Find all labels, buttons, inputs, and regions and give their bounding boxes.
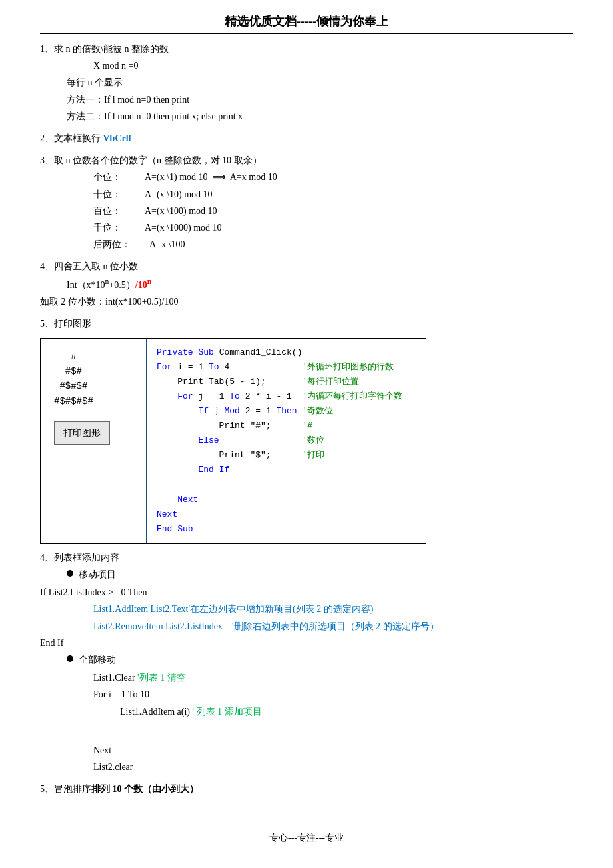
figure-char-3: #$#$# [54, 379, 93, 393]
s3-label: 3、取 n 位数各个位的数字（n 整除位数，对 10 取余） [40, 155, 262, 165]
s1-formula: X mod n =0 [93, 61, 138, 71]
s1-method1: 方法一：If l mod n=0 then print [67, 95, 189, 105]
code-line-2: For i = 1 To 4 '外循环打印图形的行数 [157, 360, 416, 375]
s2-vbcrlf: VbCrlf [103, 133, 132, 143]
s6-if: If List2.ListIndex >= 0 Then [40, 584, 573, 601]
s6-code3-line: List1.Clear '列表 1 清空 [93, 669, 573, 686]
code-line-13: End Sub [157, 522, 416, 537]
s6-code2: List2.RemoveItem List2.ListIndex [93, 621, 223, 631]
code-line-4: For j = 1 To 2 * i - 1 '内循环每行打印字符个数 [157, 389, 416, 404]
section-5: 5、打印图形 # #$# #$#$# #$#$#$# 打印图形 Private … [40, 315, 573, 543]
s6-code1-line: List1.AddItem List2.Text'在左边列表中增加新项目(列表 … [93, 601, 573, 617]
figure-chars: # #$# #$#$# #$#$#$# [54, 349, 93, 409]
section-1: 1、求 n 的倍数\能被 n 整除的数 X mod n =0 每行 n 个显示 … [40, 41, 573, 125]
s1-method2: 方法二：If l mod n=0 then print x; else prin… [67, 111, 243, 121]
s6-code7: List2.clear [93, 762, 133, 772]
s3-bai: 百位： A=(x \100) mod 10 [93, 206, 217, 216]
s6-code5: List1.AddItem a(i) [120, 707, 190, 717]
s6-code6-line: Next [93, 742, 573, 759]
s4-formula: Int（x*10n+0.5）/10n [67, 280, 151, 290]
s6-comment1: '在左边列表中增加新项目(列表 2 的选定内容) [189, 604, 374, 614]
s3-ge: 个位： A=(x \1) mod 10 ⟹ A=x mod 10 [93, 172, 277, 182]
s3-shi: 十位： A=(x \10) mod 10 [93, 189, 213, 199]
s6-code1: List1.AddItem List2.Text [93, 604, 189, 614]
s6-endif: End If [40, 635, 573, 651]
s1-display: 每行 n 个显示 [67, 77, 123, 87]
section-4: 4、四舍五入取 n 位小数 Int（x*10n+0.5）/10n 如取 2 位小… [40, 258, 573, 310]
s6-code7-line: List2.clear [93, 759, 573, 775]
s4-example: 如取 2 位小数：int(x*100+0.5)/100 [40, 297, 178, 307]
s6-code3: List1.Clear [93, 673, 135, 683]
code-line-8: Print "$"; '打印 [157, 448, 416, 463]
section-6: 4、列表框添加内容 移动项目 If List2.ListIndex >= 0 T… [40, 549, 573, 775]
s6-bullet2: 全部移动 [79, 651, 116, 668]
code-line-11: Next [157, 493, 416, 507]
code-line-6: Print "#"; '# [157, 419, 416, 433]
code-line-5: If j Mod 2 = 1 Then '奇数位 [157, 404, 416, 419]
code-line-3: Print Tab(5 - i); '每行打印位置 [157, 375, 416, 389]
s7-label: 5、冒泡排序 [40, 784, 91, 794]
bullet-dot-1 [67, 570, 73, 577]
code-line-7: Else '数位 [157, 433, 416, 448]
section-7: 5、冒泡排序排列 10 个数（由小到大） [40, 781, 573, 797]
bullet-dot-2 [67, 655, 73, 662]
code-line-10 [157, 478, 416, 493]
figure-button[interactable]: 打印图形 [54, 421, 110, 445]
s6-code5-line: List1.AddItem a(i) ' 列表 1 添加项目 [120, 703, 573, 720]
section-2: 2、文本框换行 VbCrlf [40, 130, 573, 147]
s6-comment3: '列表 1 清空 [135, 673, 186, 683]
s6-comment5: ' 列表 1 添加项目 [190, 707, 262, 717]
s1-label: 1、求 n 的倍数\能被 n 整除的数 [40, 44, 169, 54]
s6-code2-line: List2.RemoveItem List2.ListIndex '删除右边列表… [93, 618, 573, 635]
figure-char-2: #$# [54, 364, 93, 379]
s6-bullet1: 移动项目 [79, 566, 116, 583]
s7-bold: 排列 10 个数（由小到大） [91, 784, 199, 794]
figure-code: Private Sub Command1_Click() For i = 1 T… [147, 339, 426, 543]
code-line-1: Private Sub Command1_Click() [157, 345, 416, 360]
figure-char-1: # [54, 349, 93, 364]
s6-bullet2-item: 全部移动 [67, 651, 573, 668]
s6-code6: Next [93, 745, 111, 755]
s6-code4-line: For i = 1 To 10 [93, 686, 573, 703]
s6-if-block: If List2.ListIndex >= 0 Then List1.AddIt… [40, 584, 573, 651]
s3-hou: 后两位： A=x \100 [93, 239, 185, 249]
code-line-12: Next [157, 507, 416, 522]
s2-text: 2、文本框换行 [40, 133, 103, 143]
page-title: 精选优质文档-----倾情为你奉上 [40, 13, 573, 34]
s5-label: 5、打印图形 [40, 319, 91, 329]
figure-char-4: #$#$#$# [54, 394, 93, 409]
s6-bullet1-item: 移动项目 [67, 566, 573, 583]
s6-blank [40, 725, 573, 742]
s3-qian: 千位： A=(x \1000) mod 10 [93, 223, 222, 233]
s6-code4: For i = 1 To 10 [93, 689, 149, 699]
figure-left: # #$# #$#$# #$#$#$# 打印图形 [41, 339, 147, 543]
s6-label: 4、列表框添加内容 [40, 553, 119, 563]
figure-area: # #$# #$#$# #$#$#$# 打印图形 Private Sub Com… [40, 338, 426, 544]
s4-label: 4、四舍五入取 n 位小数 [40, 261, 138, 271]
s6-comment2: '删除右边列表中的所选项目（列表 2 的选定序号） [232, 621, 439, 631]
code-line-9: End If [157, 463, 416, 477]
footer: 专心---专注---专业 [40, 825, 573, 844]
section-3: 3、取 n 位数各个位的数字（n 整除位数，对 10 取余） 个位： A=(x … [40, 152, 573, 253]
